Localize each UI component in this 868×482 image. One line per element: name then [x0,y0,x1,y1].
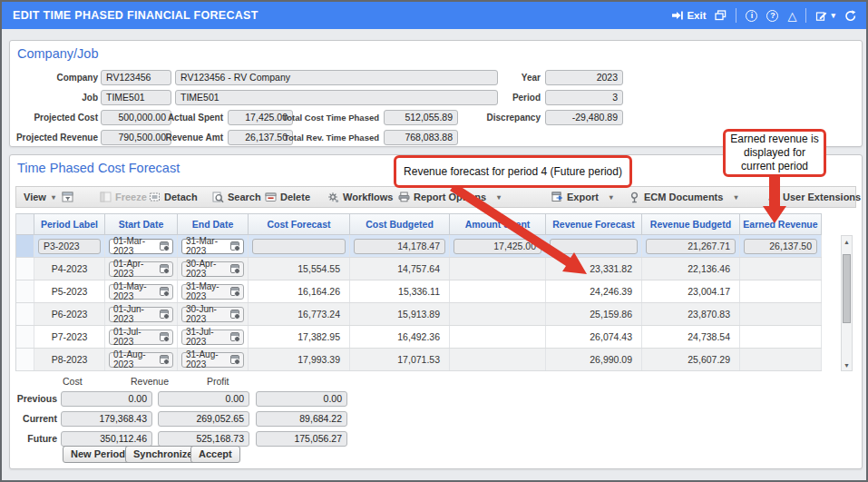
cell-amount-spent [450,326,546,348]
refresh-icon[interactable] [844,10,857,22]
delete-label: Delete [280,192,310,202]
future-revenue-field: 525,168.73 [158,431,249,447]
accept-button[interactable]: Accept [190,446,240,463]
select-all-corner[interactable] [16,214,34,234]
exit-label: Exit [687,10,706,21]
table-row[interactable]: P5-2023 01-May-2023 31-May-2023 16,164.2… [16,280,822,303]
revenue-forecast-input[interactable] [550,239,638,254]
earned-revenue-callout: Earned revenue is displayed for current … [723,129,826,177]
end-date-input[interactable]: 31-May-2023 [181,284,244,300]
cell-revenue-forecast: 26,074.43 [546,326,642,348]
calendar-icon[interactable] [160,355,169,364]
help-icon[interactable]: ? [766,10,778,22]
search-label: Search [228,192,261,202]
toolbar-view-menu[interactable]: View ▾ [24,187,55,207]
calendar-icon[interactable] [160,332,169,341]
cost-forecast-input[interactable] [252,239,346,254]
table-scrollbar[interactable]: ▲ ▼ [841,235,853,371]
edit-menu-button[interactable]: ▾ [815,10,835,22]
summary-future-label: Future [10,431,57,447]
column-header-end-date[interactable]: End Date [178,214,249,234]
column-header-cost-budgeted[interactable]: Cost Budgeted [350,214,450,234]
start-date-input[interactable]: 01-Mar-2023 [109,239,173,254]
export-table-icon [551,192,563,202]
toolbar-report-options-menu[interactable]: Report Options ▾ [398,187,501,207]
end-date-input[interactable]: 30-Apr-2023 [181,261,244,277]
table-row-selected[interactable]: P3-2023 01-Mar-2023 31-Mar-2023 14,178.4… [16,235,822,258]
synchronize-button[interactable]: Synchronize [125,446,200,463]
period-label: Period [486,90,541,105]
column-header-revenue-forecast[interactable]: Revenue Forecast [546,214,642,234]
toolbar-user-extensions-button[interactable]: User Extensions [767,187,861,207]
exit-button[interactable]: Exit [671,10,706,21]
search-icon [212,192,224,203]
start-date-input[interactable]: 01-May-2023 [109,284,173,300]
row-handle[interactable] [16,235,34,257]
cell-cost-budgeted: 15,913.89 [350,303,450,325]
cell-amount-spent [450,258,546,280]
column-header-period-label[interactable]: Period Label [34,214,105,234]
cell-earned-revenue [740,303,822,325]
calendar-icon[interactable] [160,241,169,251]
column-header-revenue-budgeted[interactable]: Revenue Budgetd [642,214,740,234]
calendar-icon[interactable] [160,287,169,296]
calendar-icon[interactable] [160,310,169,319]
table-row[interactable]: P4-2023 01-Apr-2023 30-Apr-2023 15,554.5… [16,258,822,280]
toolbar-ecm-documents-menu[interactable]: ECM Documents ▾ [629,187,737,207]
cascade-windows-icon[interactable] [715,10,727,21]
edit-icon [815,10,827,22]
exit-icon [671,10,683,21]
end-date-input[interactable]: 31-Aug-2023 [181,352,244,368]
toolbar-freeze-button[interactable]: Freeze [100,187,147,207]
info-icon[interactable]: i [746,10,757,22]
calendar-icon[interactable] [230,264,239,273]
summary-current-label: Current [10,411,57,427]
period-label-input[interactable]: P3-2023 [38,239,101,254]
toolbar-workflows-menu[interactable]: Workflows ▾ [327,187,407,207]
date-value: 30-Jun-2023 [186,304,230,324]
scrollbar-thumb[interactable] [843,254,851,323]
freeze-label: Freeze [115,192,147,202]
calendar-icon[interactable] [230,241,239,251]
toolbar-delete-button[interactable]: Delete [265,187,310,207]
toolbar-export-menu[interactable]: Export ▾ [551,187,613,207]
column-header-earned-revenue[interactable]: Earned Revenue [740,214,822,234]
calendar-icon[interactable] [160,264,169,273]
row-handle[interactable] [16,280,34,302]
calendar-icon[interactable] [230,287,239,296]
start-date-input[interactable]: 01-Jul-2023 [109,330,173,345]
start-date-input[interactable]: 01-Aug-2023 [109,352,173,368]
end-date-input[interactable]: 31-Jul-2023 [181,330,244,345]
row-handle[interactable] [16,349,34,370]
calendar-icon[interactable] [230,310,239,319]
table-row[interactable]: P6-2023 01-Jun-2023 30-Jun-2023 16,773.2… [16,303,822,326]
start-date-input[interactable]: 01-Jun-2023 [109,307,173,322]
cell-period-label: P7-2023 [34,326,105,348]
current-cost-field: 179,368.43 [61,411,152,427]
column-header-start-date[interactable]: Start Date [105,214,178,234]
end-date-input[interactable]: 31-Mar-2023 [181,239,244,254]
scroll-down-button[interactable]: ▼ [842,359,852,370]
end-date-input[interactable]: 30-Jun-2023 [181,307,244,322]
cell-cost-forecast: 15,554.55 [249,258,350,280]
calendar-icon[interactable] [230,332,239,341]
company-code-field: RV123456 [101,70,171,85]
warning-icon[interactable]: △ [787,10,796,22]
toolbar-search-button[interactable]: Search [212,187,261,207]
toolbar-query-by-example-button[interactable] [62,187,73,207]
cell-amount-spent [450,349,546,370]
table-row[interactable]: P8-2023 01-Aug-2023 31-Aug-2023 17,993.3… [16,349,822,371]
printer-icon [398,192,410,202]
start-date-input[interactable]: 01-Apr-2023 [109,261,173,277]
row-handle[interactable] [16,303,34,325]
scroll-up-button[interactable]: ▲ [842,236,852,247]
toolbar-detach-button[interactable]: Detach [149,187,198,207]
row-handle[interactable] [16,258,34,280]
row-handle[interactable] [16,326,34,348]
table-row[interactable]: P7-2023 01-Jul-2023 31-Jul-2023 17,382.9… [16,326,822,349]
column-header-amount-spent[interactable]: Amount Spent [450,214,546,234]
column-header-cost-forecast[interactable]: Cost Forecast [249,214,350,234]
filter-table-icon [62,192,73,202]
calendar-icon[interactable] [230,355,239,364]
company-label: Company [12,70,98,85]
